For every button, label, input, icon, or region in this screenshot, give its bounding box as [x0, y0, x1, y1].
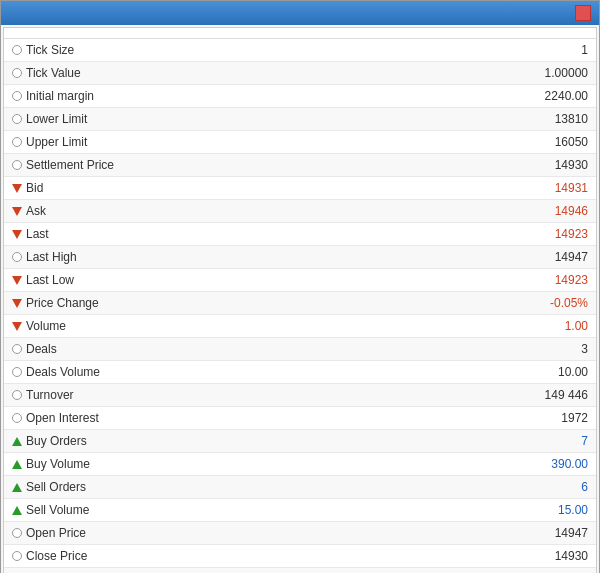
- row-label: Last Low: [12, 272, 256, 288]
- data-table: Tick Size1Tick Value1.00000Initial margi…: [4, 39, 596, 573]
- table-row: Open Interest1972: [4, 407, 596, 430]
- table-row: Deals3: [4, 338, 596, 361]
- circle-icon: [12, 252, 22, 262]
- arrow-down-icon: [12, 207, 22, 216]
- table-row: Initial margin2240.00: [4, 85, 596, 108]
- arrow-up-icon: [12, 437, 22, 446]
- circle-icon: [12, 114, 22, 124]
- table-row: Close Price14930: [4, 545, 596, 568]
- circle-icon: [12, 45, 22, 55]
- arrow-down-icon: [12, 322, 22, 331]
- row-label: Sell Volume: [12, 502, 256, 518]
- row-value: 14931: [264, 177, 596, 200]
- row-value: 15.00: [264, 499, 596, 522]
- market-watch-window: Tick Size1Tick Value1.00000Initial margi…: [0, 0, 600, 573]
- row-label: Settlement Price: [12, 157, 256, 173]
- row-label: Open Interest: [12, 410, 256, 426]
- table-row: Buy Volume390.00: [4, 453, 596, 476]
- arrow-up-icon: [12, 506, 22, 515]
- table-row: Volume1.00: [4, 315, 596, 338]
- arrow-up-icon: [12, 483, 22, 492]
- row-value: 14930: [264, 545, 596, 568]
- row-value: 2240.00: [264, 85, 596, 108]
- row-value: 1.00000: [264, 62, 596, 85]
- row-value: 14946: [264, 200, 596, 223]
- row-label: Bid: [12, 180, 256, 196]
- row-value: 390.00: [264, 453, 596, 476]
- row-label: Buy Orders: [12, 433, 256, 449]
- row-value: 14923: [264, 269, 596, 292]
- row-value: 1972: [264, 407, 596, 430]
- row-value: 3: [264, 338, 596, 361]
- row-value: 14947: [264, 522, 596, 545]
- table-row: Price Change-0.05%: [4, 292, 596, 315]
- table-row: Sell Orders6: [4, 476, 596, 499]
- table-row: Tick Value1.00000: [4, 62, 596, 85]
- circle-icon: [12, 551, 22, 561]
- row-label: Sell Orders: [12, 479, 256, 495]
- circle-icon: [12, 160, 22, 170]
- row-label: Lower Limit: [12, 111, 256, 127]
- table-row: Average Weighted Price14945: [4, 568, 596, 574]
- title-bar: [1, 1, 599, 25]
- row-label: Deals Volume: [12, 364, 256, 380]
- row-label: Close Price: [12, 548, 256, 564]
- row-value: 14923: [264, 223, 596, 246]
- row-label: Price Change: [12, 295, 256, 311]
- row-value: 1.00: [264, 315, 596, 338]
- row-value: 10.00: [264, 361, 596, 384]
- row-value: 13810: [264, 108, 596, 131]
- circle-icon: [12, 91, 22, 101]
- main-content: Tick Size1Tick Value1.00000Initial margi…: [3, 27, 597, 573]
- table-row: Bid14931: [4, 177, 596, 200]
- table-row: Deals Volume10.00: [4, 361, 596, 384]
- row-label: Deals: [12, 341, 256, 357]
- row-label: Upper Limit: [12, 134, 256, 150]
- row-value: 14945: [264, 568, 596, 574]
- row-value: 149 446: [264, 384, 596, 407]
- arrow-down-icon: [12, 299, 22, 308]
- circle-icon: [12, 528, 22, 538]
- row-value: 14947: [264, 246, 596, 269]
- table-row: Upper Limit16050: [4, 131, 596, 154]
- row-label: Tick Value: [12, 65, 256, 81]
- circle-icon: [12, 367, 22, 377]
- row-label: Buy Volume: [12, 456, 256, 472]
- table-row: Last Low14923: [4, 269, 596, 292]
- row-value: 16050: [264, 131, 596, 154]
- row-value: 1: [264, 39, 596, 62]
- row-label: Last: [12, 226, 256, 242]
- table-row: Last14923: [4, 223, 596, 246]
- circle-icon: [12, 413, 22, 423]
- row-value: -0.05%: [264, 292, 596, 315]
- table-row: Last High14947: [4, 246, 596, 269]
- arrow-down-icon: [12, 276, 22, 285]
- circle-icon: [12, 137, 22, 147]
- arrow-down-icon: [12, 184, 22, 193]
- row-label: Tick Size: [12, 42, 256, 58]
- table-row: Turnover149 446: [4, 384, 596, 407]
- row-label: Open Price: [12, 525, 256, 541]
- table-row: Tick Size1: [4, 39, 596, 62]
- table-row: Buy Orders7: [4, 430, 596, 453]
- circle-icon: [12, 390, 22, 400]
- row-label: Turnover: [12, 387, 256, 403]
- arrow-up-icon: [12, 460, 22, 469]
- circle-icon: [12, 68, 22, 78]
- row-value: 7: [264, 430, 596, 453]
- table-row: Sell Volume15.00: [4, 499, 596, 522]
- table-row: Open Price14947: [4, 522, 596, 545]
- row-label: Volume: [12, 318, 256, 334]
- circle-icon: [12, 344, 22, 354]
- close-button[interactable]: [575, 5, 591, 21]
- row-label: Last High: [12, 249, 256, 265]
- row-value: 14930: [264, 154, 596, 177]
- arrow-down-icon: [12, 230, 22, 239]
- row-label: Initial margin: [12, 88, 256, 104]
- row-label: Ask: [12, 203, 256, 219]
- table-row: Settlement Price14930: [4, 154, 596, 177]
- instrument-header: [4, 28, 596, 39]
- table-row: Lower Limit13810: [4, 108, 596, 131]
- table-row: Ask14946: [4, 200, 596, 223]
- row-value: 6: [264, 476, 596, 499]
